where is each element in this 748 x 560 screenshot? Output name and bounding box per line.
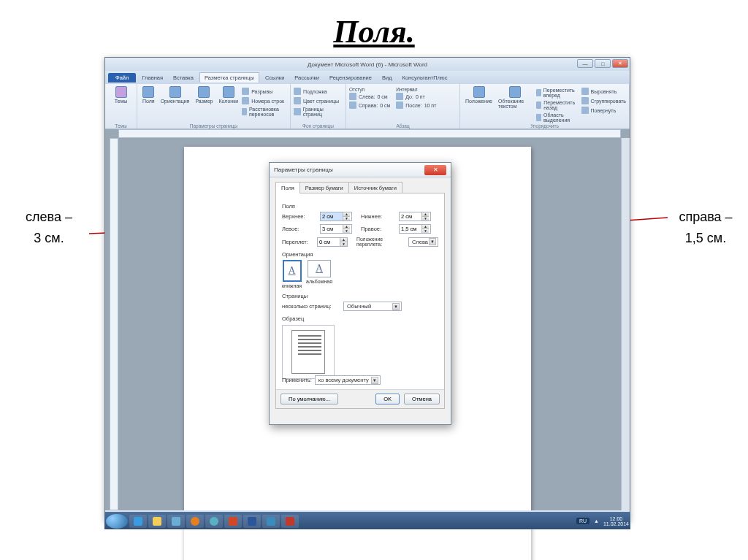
- tab-mailings[interactable]: Рассылки: [290, 73, 324, 83]
- taskbar-ie-icon[interactable]: [129, 515, 147, 528]
- taskbar-firefox-icon[interactable]: [186, 515, 204, 528]
- gutter-label: Переплет:: [282, 239, 314, 245]
- dialog-title: Параметры страницы: [274, 166, 333, 173]
- dialog-tab-source[interactable]: Источник бумаги: [348, 182, 402, 193]
- dialog-tab-paper[interactable]: Размер бумаги: [299, 182, 349, 193]
- tray-icon[interactable]: ▲: [594, 518, 599, 523]
- columns-button[interactable]: Колонки: [216, 85, 240, 118]
- indent-left-val[interactable]: 0 см: [378, 94, 388, 99]
- orientation-button[interactable]: Ориентация: [159, 85, 192, 118]
- breaks-label: Разрывы: [251, 89, 272, 94]
- bottom-margin-label: Нижнее:: [361, 213, 396, 220]
- gutter-input[interactable]: ▲▼: [317, 237, 348, 247]
- indent-left-label: Слева:: [359, 94, 375, 99]
- taskbar-app3-icon[interactable]: [262, 515, 280, 528]
- file-tab[interactable]: Файл: [108, 73, 136, 83]
- start-button[interactable]: [106, 514, 128, 529]
- slide-title: Поля.: [0, 13, 748, 50]
- spacing-after-val[interactable]: 10 пт: [424, 103, 437, 108]
- tab-home[interactable]: Главная: [137, 73, 167, 83]
- align-button[interactable]: Выровнять: [581, 87, 626, 96]
- tab-insert[interactable]: Вставка: [169, 73, 198, 83]
- spacing-after-label: После:: [405, 103, 421, 108]
- rotate-button[interactable]: Повернуть: [581, 106, 626, 115]
- page-setup-dialog: Параметры страницы ✕ Поля Размер бумаги …: [269, 162, 451, 425]
- size-label: Размер: [195, 99, 213, 104]
- group-button[interactable]: Сгруппировать: [581, 96, 626, 105]
- page-borders-button[interactable]: Границы страниц: [294, 106, 343, 118]
- ribbon: Темы Темы Поля Ориентация Размер Колонки…: [105, 84, 630, 129]
- size-button[interactable]: Размер: [193, 85, 215, 118]
- dialog-tab-margins[interactable]: Поля: [275, 182, 300, 193]
- line-numbers-label: Номера строк: [251, 99, 284, 104]
- sample-page-icon: [291, 330, 325, 374]
- cancel-button[interactable]: Отмена: [404, 394, 440, 404]
- send-backward-label: Переместить назад: [543, 100, 579, 110]
- ok-button[interactable]: OK: [375, 394, 400, 404]
- page-color-label: Цвет страницы: [303, 99, 339, 104]
- orientation-label: Ориентация: [161, 99, 190, 104]
- taskbar-app1-icon[interactable]: [167, 515, 185, 528]
- page-bg-group-label: Фон страницы: [291, 123, 346, 129]
- minimize-button[interactable]: —: [577, 59, 593, 68]
- apply-dropdown[interactable]: ко всему документу▼: [315, 375, 381, 385]
- orientation-landscape[interactable]: A альбомная: [306, 260, 332, 288]
- page-borders-label: Границы страниц: [303, 107, 343, 117]
- themes-group-label: Темы: [105, 123, 137, 129]
- taskbar-powerpoint-icon[interactable]: [224, 515, 242, 528]
- taskbar-word-icon[interactable]: [243, 515, 261, 528]
- taskbar-time[interactable]: 12:00: [603, 516, 629, 521]
- orientation-section-label: Ориентация: [282, 251, 438, 258]
- windows-taskbar: RU ▲ 12:00 11.02.2014: [104, 512, 630, 529]
- tab-page-layout[interactable]: Разметка страницы: [199, 72, 259, 83]
- bottom-margin-input[interactable]: ▲▼: [399, 212, 431, 221]
- columns-label: Колонки: [218, 99, 238, 104]
- vertical-ruler[interactable]: [110, 138, 118, 510]
- align-label: Выровнять: [591, 89, 617, 94]
- bring-forward-label: Переместить вперед: [543, 88, 580, 98]
- taskbar-explorer-icon[interactable]: [148, 515, 166, 528]
- default-button[interactable]: По умолчанию...: [280, 394, 338, 404]
- tab-references[interactable]: Ссылки: [261, 73, 289, 83]
- tab-review[interactable]: Рецензирование: [325, 73, 376, 83]
- taskbar-app4-icon[interactable]: [281, 515, 299, 528]
- selection-pane-button[interactable]: Область выделения: [536, 112, 580, 123]
- top-margin-input[interactable]: ▲▼: [320, 212, 352, 221]
- pages-section-label: Страницы: [282, 293, 438, 299]
- indent-right-val[interactable]: 0 см: [380, 103, 390, 108]
- right-margin-label: Правое:: [361, 226, 396, 232]
- taskbar-date[interactable]: 11.02.2014: [603, 521, 629, 526]
- window-title: Документ Microsoft Word (6) - Microsoft …: [308, 61, 427, 68]
- annotation-left-text2: 3 см.: [34, 231, 64, 245]
- arrange-group-label: Упорядочить: [460, 123, 629, 129]
- themes-button[interactable]: Темы: [108, 85, 134, 104]
- left-margin-label: Левое:: [282, 226, 317, 232]
- taskbar-app2-icon[interactable]: [205, 515, 223, 528]
- tab-consultant[interactable]: КонсультантПлюс: [398, 73, 452, 83]
- send-backward-button[interactable]: Переместить назад: [536, 99, 580, 111]
- close-button[interactable]: ✕: [612, 59, 628, 68]
- tab-view[interactable]: Вид: [378, 73, 397, 83]
- right-margin-input[interactable]: ▲▼: [399, 224, 431, 234]
- hyphenation-button[interactable]: Расстановка переносов: [242, 106, 287, 118]
- taskbar-lang[interactable]: RU: [576, 518, 589, 524]
- watermark-button[interactable]: Подложка: [294, 87, 343, 96]
- group-label: Сгруппировать: [591, 99, 626, 104]
- left-margin-input[interactable]: ▲▼: [320, 224, 352, 234]
- bring-forward-button[interactable]: Переместить вперед: [536, 87, 580, 99]
- selection-pane-label: Область выделения: [543, 112, 579, 123]
- margins-button[interactable]: Поля: [140, 85, 157, 118]
- line-numbers-button[interactable]: Номера строк: [242, 96, 287, 105]
- wrap-button[interactable]: Обтекание текстом: [496, 85, 535, 123]
- maximize-button[interactable]: □: [595, 59, 611, 68]
- gutter-pos-dropdown[interactable]: Слева▼: [408, 237, 438, 247]
- vertical-scrollbar[interactable]: [621, 138, 630, 510]
- orientation-portrait[interactable]: A книжная: [282, 260, 302, 288]
- dialog-close-button[interactable]: ✕: [424, 165, 446, 175]
- breaks-button[interactable]: Разрывы: [242, 87, 287, 96]
- spacing-before-val[interactable]: 0 пт: [416, 94, 425, 99]
- page-color-button[interactable]: Цвет страницы: [294, 96, 343, 105]
- horizontal-ruler[interactable]: [118, 129, 621, 138]
- position-button[interactable]: Положение: [463, 85, 495, 123]
- multi-pages-dropdown[interactable]: Обычный▼: [343, 302, 402, 311]
